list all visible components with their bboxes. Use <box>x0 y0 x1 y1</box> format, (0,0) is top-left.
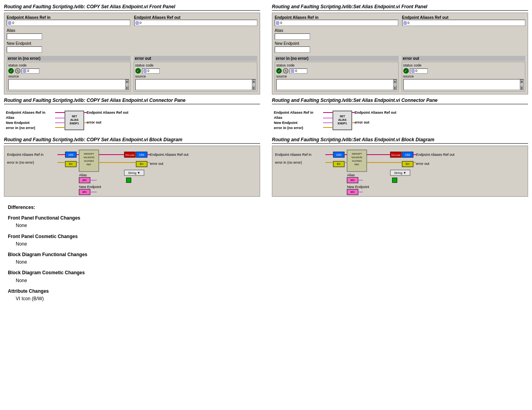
right-fp-out-source-label: source <box>403 74 524 78</box>
left-fp-scroll-up[interactable]: ▲ <box>125 79 129 83</box>
diff-cat-2-name: Block Diagram Functional Changes <box>8 251 524 259</box>
left-fp-error-in-vals: ↻ ◫0 <box>8 68 129 74</box>
right-bd-title: Routing and Faulting Scripting.lvlib:Set… <box>272 137 528 144</box>
right-block-diagram: Routing and Faulting Scripting.lvlib:Set… <box>272 137 528 197</box>
svg-text:Alias: Alias <box>6 116 15 120</box>
diff-cat-2-value: None <box>16 259 524 266</box>
right-conn-diagram: Endpoint Aliases Ref in Alias New Endpoi… <box>272 106 528 134</box>
svg-text:U64: U64 <box>336 153 342 156</box>
right-conn-title: Routing and Faulting Scripting.lvlib:Set… <box>272 98 528 104</box>
right-fp-ref-in-field: ◫0 <box>275 20 398 26</box>
diff-cat-0: Front Panel Functional Changes None <box>8 214 524 229</box>
svg-text:New Endpoint: New Endpoint <box>79 185 102 189</box>
svg-text:VALIDATE: VALIDATE <box>83 156 94 159</box>
left-fp-status-hdr: status <box>8 63 18 67</box>
right-fp-source-label: source <box>276 74 397 78</box>
svg-text:Endpoint Aliases Ref out: Endpoint Aliases Ref out <box>416 153 455 157</box>
left-fp-out-source-scroll: ▲ ▼ <box>252 79 255 90</box>
main-container: Routing and Faulting Scripting.lvlib: CO… <box>0 0 532 310</box>
diff-cat-4: Attribute Changes VI Icon (B/W) <box>8 288 524 303</box>
svg-text:New Endpoint: New Endpoint <box>274 121 297 125</box>
left-fp-alias-field[interactable] <box>7 33 42 40</box>
right-bd-svg: Endpoint Aliases Ref in error in (no err… <box>274 148 502 195</box>
left-fp-ref-out-field: ◫ 0 <box>134 20 258 26</box>
right-fp-ref-out-icon: ◫ <box>403 21 407 25</box>
svg-text:ALIAS: ALIAS <box>338 118 347 121</box>
right-fp-error-container: error in (no error) status code ↻ ◫0 <box>275 56 525 92</box>
svg-text:Err: Err <box>337 163 341 165</box>
right-fp-status-hdr: status <box>276 63 286 67</box>
svg-text:U64: U64 <box>68 153 74 156</box>
block-diagrams-row: Routing and Faulting Scripting.lvlib: CO… <box>4 137 528 197</box>
left-fp-scroll-down[interactable]: ▼ <box>125 86 129 90</box>
left-fp-code-val: ◫0 <box>22 68 39 74</box>
diff-cat-1-name: Front Panel Cosmetic Changes <box>8 233 524 240</box>
svg-text:Endpoint Aliases Ref out: Endpoint Aliases Ref out <box>87 111 128 115</box>
connector-panes-row: Routing and Faulting Scripting.lvlib: CO… <box>4 98 528 134</box>
svg-text:ENDP1: ENDP1 <box>70 122 79 125</box>
right-fp-error-out: error out status code ◫0 <box>402 56 526 92</box>
left-fp-newep-label: New Endpoint <box>7 41 257 46</box>
svg-text:ALIASES: ALIASES <box>84 160 94 162</box>
right-fp-out-scroll-up[interactable]: ▲ <box>520 79 524 83</box>
right-fp-error-out-vals: ◫0 <box>403 68 524 74</box>
left-bd-svg: Endpoint Aliases Ref in error in (no err… <box>6 148 250 195</box>
left-conn-title: Routing and Faulting Scripting.lvlib: CO… <box>4 98 260 104</box>
right-fp-out-code-hdr: code <box>414 63 422 67</box>
right-fp-out-code-val: ◫0 <box>410 68 428 74</box>
right-fp-ref-in-icon: ◫ <box>276 21 279 25</box>
left-fp-code-hdr: code <box>19 63 27 67</box>
svg-text:String ▼: String ▼ <box>128 171 140 175</box>
svg-text:SET: SET <box>340 115 345 118</box>
left-conn-diagram: Endpoint Aliases Ref in Alias New Endpoi… <box>4 106 260 134</box>
svg-text:Endpoint Aliases Ref in: Endpoint Aliases Ref in <box>275 153 312 157</box>
svg-text:U64: U64 <box>139 153 144 156</box>
left-fp-out-code-hdr: code <box>146 63 154 67</box>
svg-text:Alias: Alias <box>347 173 355 177</box>
left-fp-out-source-field: ▲ ▼ <box>135 79 256 90</box>
svg-text:error out: error out <box>355 120 369 124</box>
left-fp-error-in-body: status code ↻ ◫0 source <box>7 62 131 92</box>
svg-text:REF: REF <box>87 163 91 166</box>
left-bd-box: Endpoint Aliases Ref in error in (no err… <box>4 146 260 197</box>
right-fp-alias-field[interactable] <box>275 33 310 40</box>
left-fp-newep-field[interactable] <box>7 46 42 53</box>
left-fp-ref-in-field: ◫ 0 <box>7 20 130 26</box>
svg-text:SWSOPT: SWSOPT <box>84 153 94 155</box>
differences-title: Differences: <box>8 204 524 211</box>
svg-text:ALIASES: ALIASES <box>352 160 362 162</box>
left-fp-error-in: error in (no error) status code ↻ ◫0 <box>7 56 131 92</box>
left-fp-out-scroll-down[interactable]: ▼ <box>252 86 256 90</box>
svg-text:New Endpoint: New Endpoint <box>6 121 30 125</box>
right-fp-newep-label: New Endpoint <box>275 41 525 46</box>
left-fp-error-in-header: error in (no error) <box>7 56 131 61</box>
diff-cat-2: Block Diagram Functional Changes None <box>8 251 524 266</box>
right-connector-pane: Routing and Faulting Scripting.lvlib:Set… <box>272 98 528 134</box>
right-front-panel: Routing and Faulting Scripting.lvlib:Set… <box>272 4 528 94</box>
right-fp-scroll-down[interactable]: ▼ <box>393 86 397 90</box>
left-fp-error-container: error in (no error) status code ↻ ◫0 <box>7 56 257 92</box>
left-fp-out-code-val: ◫0 <box>142 68 160 74</box>
svg-text:U64: U64 <box>405 153 410 156</box>
right-fp-error-out-body: status code ◫0 source <box>402 62 526 92</box>
left-block-diagram: Routing and Faulting Scripting.lvlib: CO… <box>4 137 260 197</box>
right-fp-newep-section: New Endpoint <box>275 41 525 53</box>
svg-text:Alias: Alias <box>274 116 283 120</box>
svg-text:error out: error out <box>87 120 102 124</box>
svg-text:VALcode: VALcode <box>391 154 401 156</box>
right-fp-status-check <box>276 68 282 74</box>
svg-rect-53 <box>126 178 131 183</box>
svg-text:New Endpoint: New Endpoint <box>347 185 369 189</box>
diff-cat-3-value: None <box>16 277 524 284</box>
svg-text:error out: error out <box>150 162 164 166</box>
right-fp-out-scroll-down[interactable]: ▼ <box>520 86 524 90</box>
svg-text:Endpoint Aliases Ref in: Endpoint Aliases Ref in <box>7 153 44 157</box>
left-conn-svg: Endpoint Aliases Ref in Alias New Endpoi… <box>4 108 130 133</box>
differences-section: Differences: Front Panel Functional Chan… <box>4 200 528 307</box>
right-fp-newep-field[interactable] <box>275 46 310 53</box>
left-fp-ref-out-group: Endpoint Aliases Ref out ◫ 0 <box>134 15 258 26</box>
right-fp-code-hdr: code <box>287 63 295 67</box>
left-fp-out-scroll-up[interactable]: ▲ <box>252 79 256 83</box>
right-fp-scroll-up[interactable]: ▲ <box>393 79 397 83</box>
left-fp-error-out: error out status code ◫0 <box>134 56 258 92</box>
